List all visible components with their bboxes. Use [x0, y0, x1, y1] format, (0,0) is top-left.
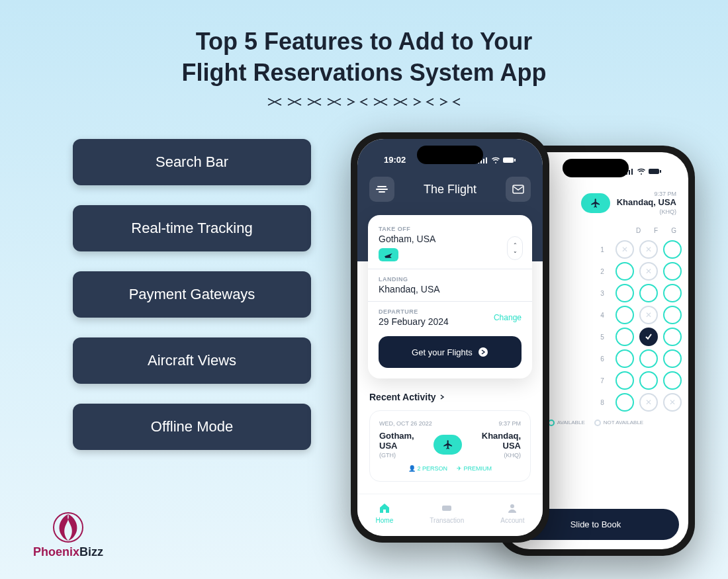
dest-time: 9:37 PM [617, 191, 676, 197]
seat[interactable] [615, 371, 634, 390]
feature-payment-gateways: Payment Gateways [73, 271, 311, 318]
status-icons [478, 157, 516, 163]
row-number: 5 [598, 334, 606, 341]
title-line-2: Flight Reservations System App [0, 58, 728, 89]
activity-persons: 👤 2 PERSON [408, 465, 447, 472]
activity-date: WED, OCT 26 2022 [379, 420, 432, 427]
phoenix-icon [52, 511, 85, 544]
brand-name: PhoenixBizz [33, 545, 103, 559]
row-number: 6 [598, 355, 606, 363]
seat[interactable]: ✕ [639, 262, 658, 281]
takeoff-label: TAKE OFF [379, 226, 522, 232]
seat[interactable] [615, 262, 634, 281]
dest-code: (KHQ) [617, 208, 676, 215]
seat[interactable] [663, 240, 682, 259]
phone-notch [563, 159, 629, 177]
svg-rect-2 [660, 170, 661, 173]
bottom-nav: Home Transaction Account [357, 494, 543, 536]
wifi-icon [637, 168, 646, 175]
arrow-right-icon [478, 347, 488, 357]
activity-to-city: Khandaq, USA [462, 431, 521, 451]
svg-rect-3 [503, 157, 514, 163]
seat[interactable] [615, 393, 634, 412]
svg-rect-1 [649, 169, 659, 174]
phone-search: 19:02 The Flight TAKE OFF Gotham, USA [351, 132, 549, 543]
status-icons [623, 168, 662, 175]
seat[interactable] [639, 328, 658, 346]
row-number: 8 [598, 399, 606, 406]
svg-rect-7 [442, 506, 451, 511]
change-link[interactable]: Change [494, 313, 522, 322]
seat[interactable] [615, 306, 634, 324]
svg-point-0 [54, 513, 83, 542]
activity-card[interactable]: WED, OCT 26 2022 9:37 PM Gotham, USA (GT… [369, 410, 531, 482]
seat[interactable] [639, 349, 658, 368]
seat[interactable] [615, 349, 634, 368]
menu-button[interactable] [369, 177, 394, 202]
dest-city: Khandaq, USA [617, 197, 676, 207]
svg-rect-4 [514, 159, 516, 161]
wifi-icon [491, 157, 500, 163]
brand-logo: PhoenixBizz [33, 511, 103, 559]
home-icon [379, 502, 390, 514]
landing-label: LANDING [379, 276, 522, 283]
feature-aircraft-views: Aircraft Views [73, 337, 311, 384]
mail-button[interactable] [506, 177, 531, 202]
page-title: Top 5 Features to Add to Your Flight Res… [0, 0, 728, 89]
seat[interactable]: ✕ [663, 393, 682, 412]
phone-notch [417, 146, 483, 164]
battery-icon [649, 168, 662, 175]
seat[interactable] [663, 262, 682, 281]
row-number: 1 [598, 246, 606, 253]
get-flights-button[interactable]: Get your Flights [379, 336, 522, 368]
seat[interactable] [639, 371, 658, 390]
nav-account[interactable]: Account [500, 502, 524, 524]
activity-from-code: (GTH) [379, 452, 433, 459]
activity-time: 9:37 PM [498, 420, 521, 427]
account-icon [506, 502, 518, 514]
recent-activity-title[interactable]: Recent Activity [369, 392, 531, 402]
seat[interactable]: ✕ [639, 393, 658, 412]
activity-plane-icon [433, 435, 462, 455]
seat[interactable] [615, 328, 634, 346]
feature-real-time-tracking: Real-time Tracking [73, 205, 311, 251]
seat[interactable]: ✕ [615, 240, 634, 259]
takeoff-plane-icon [379, 248, 398, 261]
seat[interactable] [663, 371, 682, 390]
ticket-icon [441, 502, 453, 514]
seat[interactable]: ✕ [639, 240, 658, 259]
landing-value[interactable]: Khandaq, USA [379, 284, 522, 294]
app-title: The Flight [424, 183, 477, 197]
chevron-right-icon [439, 394, 445, 400]
seat[interactable] [615, 284, 634, 302]
svg-point-6 [478, 347, 488, 357]
feature-offline-mode: Offline Mode [73, 404, 311, 450]
row-number: 3 [598, 290, 606, 297]
departure-label: DEPARTURE [379, 308, 449, 315]
activity-from-city: Gotham, USA [379, 431, 433, 451]
svg-point-8 [510, 504, 514, 508]
plane-badge [581, 193, 610, 213]
seat[interactable]: ✕ [639, 306, 658, 324]
seat[interactable] [663, 284, 682, 302]
activity-class: ✈ PREMIUM [457, 465, 492, 472]
seat[interactable] [663, 328, 682, 346]
nav-home[interactable]: Home [376, 502, 394, 524]
activity-to-code: (KHQ) [462, 452, 521, 459]
row-number: 7 [598, 377, 606, 384]
seat[interactable] [663, 349, 682, 368]
swap-button[interactable]: ⌃⌄ [507, 236, 523, 260]
departure-value[interactable]: 29 Febuary 2024 [379, 316, 449, 327]
svg-rect-5 [513, 185, 523, 193]
nav-transaction[interactable]: Transaction [430, 502, 464, 524]
clock: 19:02 [384, 155, 406, 165]
recent-activity-section: Recent Activity WED, OCT 26 2022 9:37 PM… [369, 392, 531, 482]
phone-mockups: 9:37 PM Khandaq, USA (KHQ) D F G 1✕✕2✕34… [351, 132, 695, 556]
takeoff-value[interactable]: Gotham, USA [379, 234, 522, 244]
battery-icon [503, 157, 516, 163]
seat[interactable] [663, 306, 682, 324]
row-number: 2 [598, 268, 606, 275]
search-card: TAKE OFF Gotham, USA ⌃⌄ LANDING Khandaq,… [368, 215, 532, 379]
seat[interactable] [639, 284, 658, 302]
feature-list: Search Bar Real-time Tracking Payment Ga… [73, 139, 311, 470]
